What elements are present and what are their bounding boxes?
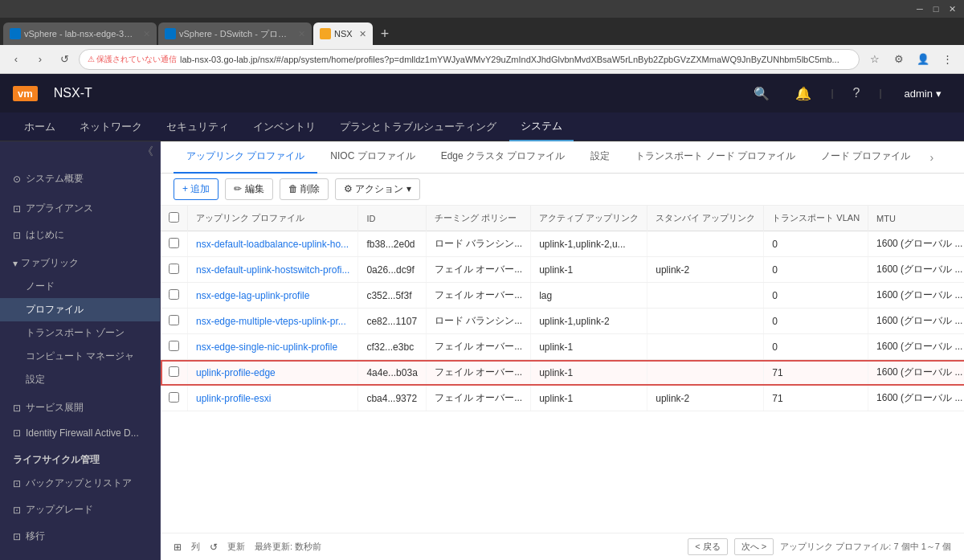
columns-label[interactable]: 列	[191, 541, 200, 553]
nav-network[interactable]: ネットワーク	[68, 112, 153, 141]
columns-icon[interactable]: ⊞	[174, 542, 182, 553]
tab-close-2[interactable]: ✕	[298, 29, 305, 39]
sub-nav: アップリンク プロファイル NIOC プロファイル Edge クラスタ プロファ…	[161, 141, 964, 174]
sidebar-item-backup-restore[interactable]: ⊡ バックアップとリストア	[0, 470, 160, 497]
minimize-button[interactable]: ─	[914, 3, 925, 14]
row-transport-vlan-2: 0	[764, 283, 868, 309]
sidebar-item-system-overview[interactable]: ⊙ システム概要	[0, 166, 160, 192]
address-bar[interactable]: ⚠ 保護されていない通信 lab-nsx-03.go-lab.jp/nsx/#/…	[79, 49, 860, 70]
user-menu[interactable]: admin ▾	[895, 88, 951, 100]
add-button[interactable]: + 追加	[174, 178, 219, 200]
forward-button[interactable]: ›	[31, 50, 50, 69]
refresh-icon[interactable]: ↺	[210, 542, 218, 553]
row-standby-uplink-3	[647, 309, 764, 334]
table-row: uplink-profile-esxi cba4...9372 フェイル オーバ…	[161, 386, 964, 411]
tab-label-3: NSX	[334, 29, 353, 39]
action-button[interactable]: ⚙ アクション ▾	[335, 178, 420, 200]
sidebar-item-upgrade[interactable]: ⊡ アップグレード	[0, 497, 160, 523]
row-checkbox-cell[interactable]	[161, 231, 188, 257]
tab-edge-cluster-profile[interactable]: Edge クラスタ プロファイル	[428, 141, 578, 174]
sidebar-item-transport-zones[interactable]: トランスポート ゾーン	[0, 321, 160, 345]
search-icon[interactable]: 🔍	[747, 86, 776, 101]
row-name-6[interactable]: uplink-profile-esxi	[188, 386, 358, 411]
sub-nav-more-icon[interactable]: ›	[923, 151, 940, 164]
sidebar-group-fabric[interactable]: ▾ ファブリック	[0, 251, 160, 275]
sidebar-item-compute-manager[interactable]: コンピュート マネージャ	[0, 345, 160, 368]
row-id-2: c352...5f3f	[358, 283, 426, 309]
tab-settings[interactable]: 設定	[578, 141, 623, 174]
row-name-5[interactable]: uplink-profile-edge	[188, 360, 358, 386]
refresh-label[interactable]: 更新	[227, 541, 245, 553]
row-name-1[interactable]: nsx-default-uplink-hostswitch-profi...	[188, 257, 358, 283]
row-checkbox-5[interactable]	[169, 366, 179, 377]
sidebar-item-settings2[interactable]: 設定	[0, 368, 160, 391]
row-checkbox-3[interactable]	[169, 315, 179, 325]
sidebar-section-fabric: ▾ ファブリック ノード プロファイル トランスポート ゾーン コンピュート マ…	[0, 251, 160, 391]
row-checkbox-cell[interactable]	[161, 334, 188, 360]
browser-tab-2[interactable]: vSphere - DSwitch - プロパティ ✕	[158, 22, 312, 45]
sidebar-item-start[interactable]: ⊡ はじめに	[0, 222, 160, 248]
row-checkbox-1[interactable]	[169, 264, 179, 274]
row-name-0[interactable]: nsx-default-loadbalance-uplink-ho...	[188, 231, 358, 257]
row-checkbox-6[interactable]	[169, 392, 179, 403]
row-checkbox-cell[interactable]	[161, 283, 188, 309]
row-checkbox-2[interactable]	[169, 289, 179, 300]
menu-icon[interactable]: ⋮	[937, 49, 958, 70]
tab-transport-node-profile[interactable]: トランスポート ノード プロファイル	[623, 141, 808, 174]
back-button[interactable]: ‹	[6, 50, 26, 69]
row-mtu-5: 1600 (グローバル ...	[868, 360, 964, 386]
reload-button[interactable]: ↺	[55, 50, 74, 69]
sidebar-item-nodes[interactable]: ノード	[0, 275, 160, 298]
tab-nioc-profile[interactable]: NIOC プロファイル	[317, 141, 427, 174]
nav-inventory[interactable]: インベントリ	[242, 112, 327, 141]
new-tab-button[interactable]: +	[374, 22, 396, 45]
row-name-3[interactable]: nsx-edge-multiple-vteps-uplink-pr...	[188, 309, 358, 334]
sidebar-item-appliances[interactable]: ⊡ アプライアンス	[0, 195, 160, 222]
fabric-chevron-icon: ▾	[13, 258, 18, 269]
row-standby-uplink-0	[647, 231, 764, 257]
select-all-checkbox[interactable]	[169, 212, 179, 223]
prev-button[interactable]: < 戻る	[688, 538, 727, 555]
row-mtu-2: 1600 (グローバル ...	[868, 283, 964, 309]
row-name-4[interactable]: nsx-edge-single-nic-uplink-profile	[188, 334, 358, 360]
next-button[interactable]: 次へ >	[734, 538, 774, 555]
profile-icon[interactable]: 👤	[913, 49, 933, 70]
sidebar-item-identity-firewall[interactable]: ⊡ Identity Firewall Active D...	[0, 421, 160, 445]
bell-icon[interactable]: 🔔	[789, 86, 818, 101]
browser-tab-3[interactable]: NSX ✕	[313, 22, 373, 45]
row-id-6: cba4...9372	[358, 386, 426, 411]
tab-close-1[interactable]: ✕	[143, 29, 150, 39]
row-checkbox-cell[interactable]	[161, 257, 188, 283]
nav-home[interactable]: ホーム	[13, 112, 67, 141]
delete-button[interactable]: 🗑 削除	[280, 178, 329, 200]
maximize-button[interactable]: □	[930, 3, 942, 14]
row-checkbox-cell[interactable]	[161, 309, 188, 334]
nav-security[interactable]: セキュリティ	[155, 112, 240, 141]
row-checkbox-cell[interactable]	[161, 386, 188, 411]
help-icon[interactable]: ?	[847, 86, 867, 100]
tab-uplink-profile[interactable]: アップリンク プロファイル	[174, 141, 317, 174]
nav-system[interactable]: システム	[509, 112, 574, 141]
col-active-uplink: アクティブ アップリンク	[531, 206, 647, 231]
row-checkbox-cell[interactable]	[161, 360, 188, 386]
nav-troubleshoot[interactable]: プランとトラブルシューティング	[329, 112, 508, 141]
edit-button[interactable]: ✏ 編集	[225, 178, 272, 200]
tab-close-3[interactable]: ✕	[359, 29, 366, 39]
sidebar-item-profiles[interactable]: プロファイル	[0, 298, 160, 321]
bookmark-icon[interactable]: ☆	[864, 49, 885, 70]
row-checkbox-0[interactable]	[169, 238, 179, 248]
sidebar-item-migration[interactable]: ⊡ 移行	[0, 523, 160, 550]
row-teaming-4: フェイル オーバー...	[426, 334, 530, 360]
row-checkbox-4[interactable]	[169, 341, 179, 351]
app-header: vm NSX-T 🔍 🔔 | ? | admin ▾	[0, 74, 964, 112]
extensions-icon[interactable]: ⚙	[888, 49, 909, 70]
tab-node-profile[interactable]: ノード プロファイル	[808, 141, 923, 174]
sidebar-collapse-button[interactable]: 《	[0, 141, 160, 162]
browser-tab-1[interactable]: vSphere - lab-nsx-edge-31 - サマ... ✕	[3, 22, 157, 45]
row-name-2[interactable]: nsx-edge-lag-uplink-profile	[188, 283, 358, 309]
sidebar-item-service-deployment[interactable]: ⊡ サービス展開	[0, 394, 160, 421]
row-active-uplink-6: uplink-1	[531, 386, 647, 411]
address-text: lab-nsx-03.go-lab.jp/nsx/#/app/system/ho…	[180, 55, 839, 64]
sidebar-item-label-upgrade: アップグレード	[26, 503, 93, 517]
close-button[interactable]: ✕	[946, 3, 958, 14]
